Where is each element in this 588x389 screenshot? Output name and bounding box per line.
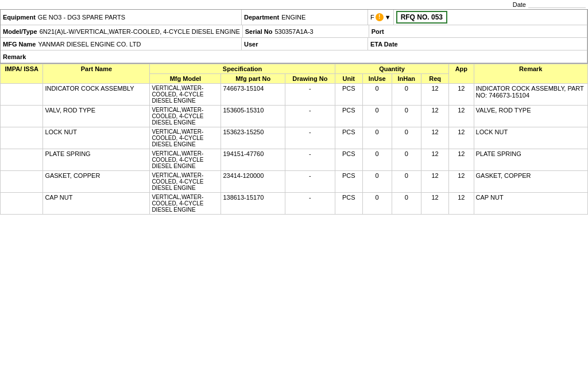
cell-inuse: 0: [362, 171, 392, 193]
cell-app: 12: [449, 106, 474, 127]
col-header-mfg-model: Mfg Model: [150, 74, 221, 84]
cell-inhan: 0: [392, 84, 421, 106]
user-label: User: [244, 41, 258, 48]
dropdown-arrow[interactable]: ▼: [385, 14, 391, 21]
f-cell: F ! ▼: [368, 10, 394, 25]
table-row: PLATE SPRINGVERTICAL,WATER-COOLED, 4-CYC…: [1, 149, 588, 171]
cell-inhan: 0: [392, 127, 421, 149]
col-header-app: App: [449, 64, 474, 84]
cell-unit: PCS: [335, 84, 362, 106]
cell-remark: INDICATOR COCK ASSEMBLY, PART NO: 746673…: [474, 84, 587, 106]
cell-req: 12: [421, 171, 449, 193]
form-row-4: Remark: [1, 50, 587, 63]
cell-req: 12: [421, 84, 449, 106]
col-header-remark: Remark: [474, 64, 587, 84]
cell-inuse: 0: [362, 106, 392, 127]
form-row-2: Model/Type 6N21(A)L-W/VERTICAL,WATER-COO…: [1, 25, 587, 38]
cell-impa: [1, 127, 43, 149]
cell-drawing: -: [285, 127, 335, 149]
table-row: GASKET, COPPERVERTICAL,WATER-COOLED, 4-C…: [1, 171, 588, 193]
eta-label: ETA Date: [370, 41, 398, 48]
cell-unit: PCS: [335, 171, 362, 193]
cell-impa: [1, 106, 43, 127]
col-header-impa: IMPA/ ISSA: [1, 64, 43, 84]
col-header-unit: Unit: [335, 74, 362, 84]
serial-value: 530357A1A-3: [274, 28, 313, 35]
cell-mfg-model: VERTICAL,WATER-COOLED, 4-CYCLE DIESEL EN…: [150, 193, 221, 215]
cell-req: 12: [421, 193, 449, 215]
cell-inhan: 0: [392, 106, 421, 127]
cell-inhan: 0: [392, 193, 421, 215]
col-header-part-name: Part Name: [43, 64, 150, 84]
cell-remark: PLATE SPRING: [474, 149, 587, 171]
model-cell: Model/Type 6N21(A)L-W/VERTICAL,WATER-COO…: [1, 25, 243, 37]
col-header-mfg-part: Mfg part No: [221, 74, 285, 84]
cell-part-name: INDICATOR COCK ASSEMBLY: [43, 84, 150, 106]
serial-label: Serial No: [245, 28, 273, 35]
date-value: [528, 1, 586, 8]
cell-unit: PCS: [335, 127, 362, 149]
cell-inuse: 0: [362, 193, 392, 215]
cell-inuse: 0: [362, 149, 392, 171]
remark-cell: Remark: [1, 50, 587, 63]
rfq-label: RFQ NO. 053: [396, 11, 447, 24]
port-cell: Port: [369, 25, 587, 37]
department-label: Department: [244, 14, 279, 21]
cell-inhan: 0: [392, 171, 421, 193]
cell-mfg-part: 23414-120000: [221, 171, 285, 193]
col-header-inuse: InUse: [362, 74, 392, 84]
cell-mfg-model: VERTICAL,WATER-COOLED, 4-CYCLE DIESEL EN…: [150, 106, 221, 127]
cell-impa: [1, 193, 43, 215]
date-label: Date: [513, 1, 526, 8]
serial-cell: Serial No 530357A1A-3: [243, 25, 369, 37]
cell-part-name: LOCK NUT: [43, 127, 150, 149]
table-row: INDICATOR COCK ASSEMBLYVERTICAL,WATER-CO…: [1, 84, 588, 106]
cell-impa: [1, 171, 43, 193]
model-label: Model/Type: [3, 28, 37, 35]
cell-app: 12: [449, 149, 474, 171]
form-section: Equipment GE NO3 - DG3 SPARE PARTS Depar…: [0, 10, 588, 64]
mfg-label: MFG Name: [3, 41, 36, 48]
cell-mfg-model: VERTICAL,WATER-COOLED, 4-CYCLE DIESEL EN…: [150, 84, 221, 106]
cell-part-name: PLATE SPRING: [43, 149, 150, 171]
cell-part-name: GASKET, COPPER: [43, 171, 150, 193]
cell-drawing: -: [285, 84, 335, 106]
cell-mfg-model: VERTICAL,WATER-COOLED, 4-CYCLE DIESEL EN…: [150, 149, 221, 171]
parts-table: IMPA/ ISSA Part Name Specification Quant…: [0, 64, 588, 215]
cell-mfg-part: 194151-47760: [221, 149, 285, 171]
cell-remark: CAP NUT: [474, 193, 587, 215]
cell-remark: LOCK NUT: [474, 127, 587, 149]
cell-mfg-part: 746673-15104: [221, 84, 285, 106]
cell-unit: PCS: [335, 106, 362, 127]
eta-cell: ETA Date: [368, 38, 587, 50]
cell-unit: PCS: [335, 149, 362, 171]
f-label: F: [370, 14, 374, 21]
spec-group-header: Specification: [150, 64, 335, 74]
cell-app: 12: [449, 193, 474, 215]
cell-drawing: -: [285, 171, 335, 193]
cell-mfg-part: 138613-15170: [221, 193, 285, 215]
mfg-cell: MFG Name YANMAR DIESEL ENGINE CO. LTD: [1, 38, 242, 50]
qty-group-header: Quantity: [335, 64, 448, 74]
equipment-value: GE NO3 - DG3 SPARE PARTS: [38, 14, 125, 21]
top-date-row: Date: [0, 0, 588, 10]
cell-req: 12: [421, 127, 449, 149]
user-cell: User: [242, 38, 368, 50]
warning-icon: !: [376, 13, 384, 21]
cell-mfg-part: 153623-15250: [221, 127, 285, 149]
cell-app: 12: [449, 84, 474, 106]
form-row-1: Equipment GE NO3 - DG3 SPARE PARTS Depar…: [1, 10, 587, 25]
cell-drawing: -: [285, 193, 335, 215]
cell-inhan: 0: [392, 149, 421, 171]
cell-drawing: -: [285, 149, 335, 171]
model-value: 6N21(A)L-W/VERTICAL,WATER-COOLED, 4-CYCL…: [40, 28, 240, 35]
col-header-req: Req: [421, 74, 449, 84]
cell-impa: [1, 149, 43, 171]
cell-req: 12: [421, 149, 449, 171]
table-row: LOCK NUTVERTICAL,WATER-COOLED, 4-CYCLE D…: [1, 127, 588, 149]
mfg-value: YANMAR DIESEL ENGINE CO. LTD: [38, 41, 141, 48]
equipment-label: Equipment: [3, 14, 36, 21]
rfq-cell: RFQ NO. 053: [394, 10, 587, 25]
cell-unit: PCS: [335, 193, 362, 215]
col-header-drawing: Drawing No: [285, 74, 335, 84]
